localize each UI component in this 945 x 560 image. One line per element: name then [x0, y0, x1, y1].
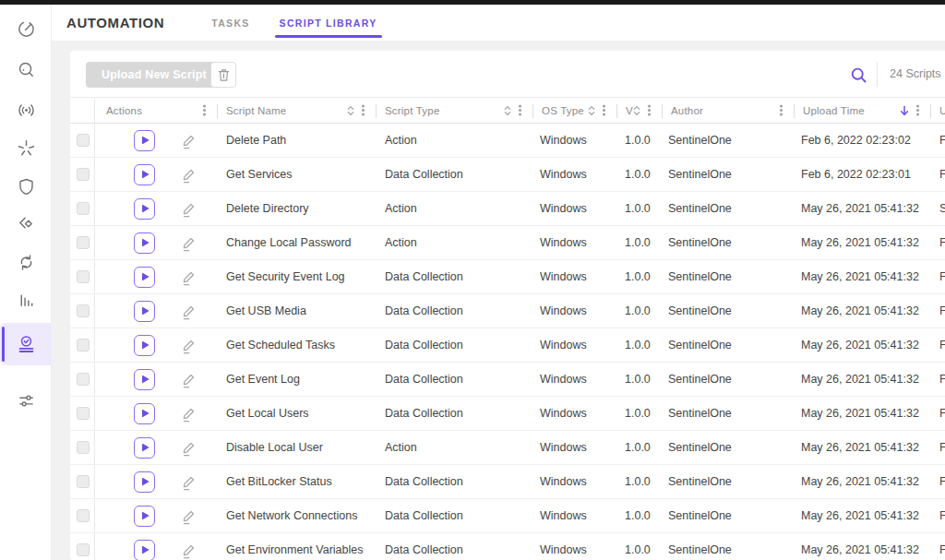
play-icon	[140, 238, 150, 247]
column-menu-dots[interactable]	[916, 109, 919, 112]
table-row[interactable]: Get Network ConnectionsData CollectionWi…	[70, 499, 945, 533]
edit-script-button[interactable]	[179, 370, 197, 388]
play-icon	[140, 306, 150, 316]
sidebar-item-search[interactable]	[0, 53, 52, 86]
row-checkbox[interactable]	[77, 236, 90, 249]
delete-script-button[interactable]	[210, 62, 236, 88]
pencil-icon	[180, 268, 197, 286]
pencil-icon	[180, 303, 197, 320]
run-script-button[interactable]	[134, 471, 155, 493]
row-checkbox[interactable]	[77, 509, 90, 522]
edit-script-button[interactable]	[179, 472, 197, 491]
sidebar-item-automation-check[interactable]	[0, 323, 52, 365]
table-row[interactable]: Get BitLocker StatusData CollectionWindo…	[70, 465, 945, 499]
row-checkbox[interactable]	[77, 339, 90, 351]
column-header-script-name[interactable]: Script Name	[217, 98, 376, 123]
run-script-button[interactable]	[134, 301, 155, 322]
run-script-button[interactable]	[134, 369, 155, 390]
row-checkbox[interactable]	[77, 441, 90, 454]
run-script-button[interactable]	[134, 437, 155, 459]
row-checkbox[interactable]	[77, 407, 90, 420]
table-row[interactable]: Get ServicesData CollectionWindows1.0.0S…	[70, 158, 945, 192]
table-row[interactable]: Disable Local UserActionWindows1.0.0Sent…	[70, 431, 945, 465]
author-cell: SentinelOne	[662, 328, 794, 362]
edit-script-button[interactable]	[179, 541, 197, 559]
tab-script-library[interactable]: SCRIPT LIBRARY	[277, 5, 380, 41]
next-column-cell: Fe	[930, 363, 945, 396]
table-row[interactable]: Get Environment VariablesData Collection…	[70, 533, 945, 560]
edit-script-button[interactable]	[179, 336, 197, 354]
run-script-button[interactable]	[134, 164, 155, 185]
row-checkbox[interactable]	[77, 134, 90, 147]
checkbox-cell	[70, 192, 95, 225]
run-script-button[interactable]	[134, 403, 155, 424]
row-checkbox[interactable]	[77, 202, 90, 215]
search-icon	[17, 60, 36, 79]
search-button[interactable]	[849, 66, 867, 84]
edit-script-button[interactable]	[179, 438, 197, 457]
row-checkbox[interactable]	[77, 168, 90, 181]
edit-script-button[interactable]	[179, 199, 197, 218]
run-script-button[interactable]	[134, 335, 155, 356]
row-checkbox[interactable]	[77, 270, 90, 283]
play-icon	[140, 443, 150, 452]
sidebar-item-sliders[interactable]	[0, 384, 52, 417]
row-checkbox[interactable]	[77, 373, 90, 386]
edit-script-button[interactable]	[179, 268, 197, 286]
column-header-upload-time[interactable]: Upload Time	[794, 98, 930, 123]
sidebar-item-bar-chart[interactable]	[0, 283, 52, 316]
shield-icon	[17, 177, 36, 197]
column-header-script-type[interactable]: Script Type	[376, 98, 532, 123]
table-row[interactable]: Get Event LogData CollectionWindows1.0.0…	[70, 363, 945, 397]
tab-tasks[interactable]: TASKS	[209, 5, 252, 41]
sidebar-item-asterisk[interactable]	[0, 131, 52, 164]
table-row[interactable]: Get Scheduled TasksData CollectionWindow…	[70, 328, 945, 363]
edit-script-button[interactable]	[179, 506, 197, 525]
column-menu-dots[interactable]	[780, 109, 783, 112]
column-menu-dots[interactable]	[603, 109, 605, 112]
column-menu-dots[interactable]	[648, 109, 651, 112]
sidebar-item-sync[interactable]	[0, 245, 52, 279]
run-script-button[interactable]	[134, 506, 155, 527]
run-script-button[interactable]	[134, 232, 155, 254]
script-type-cell: Data Collection	[376, 397, 532, 430]
edit-script-button[interactable]	[179, 404, 197, 423]
column-header-up[interactable]: Up	[930, 98, 945, 123]
table-row[interactable]: Get Local UsersData CollectionWindows1.0…	[70, 397, 945, 431]
edit-script-button[interactable]	[179, 131, 197, 149]
run-script-button[interactable]	[134, 267, 155, 288]
pencil-icon	[180, 200, 197, 218]
row-checkbox[interactable]	[77, 543, 90, 556]
column-header-os-type[interactable]: OS Type	[532, 98, 616, 123]
version-cell: 1.0.0	[616, 260, 662, 293]
edit-script-button[interactable]	[179, 302, 197, 320]
run-script-button[interactable]	[134, 130, 155, 151]
column-header-v[interactable]: V	[616, 98, 662, 123]
run-script-button[interactable]	[134, 540, 155, 560]
column-menu-dots[interactable]	[203, 109, 206, 112]
sidebar-item-broadcast[interactable]	[0, 93, 52, 126]
row-checkbox[interactable]	[77, 304, 90, 317]
edit-script-button[interactable]	[179, 165, 197, 184]
run-script-button[interactable]	[134, 198, 155, 220]
sort-chevrons-icon	[588, 105, 595, 116]
column-header-actions[interactable]: Actions	[95, 98, 217, 123]
column-menu-dots[interactable]	[362, 109, 365, 112]
row-checkbox[interactable]	[77, 475, 90, 488]
script-type-cell: Action	[376, 124, 532, 157]
table-row[interactable]: Delete PathActionWindows1.0.0SentinelOne…	[70, 124, 945, 158]
table-row[interactable]: Delete DirectoryActionWindows1.0.0Sentin…	[70, 192, 945, 226]
column-menu-dots[interactable]	[519, 109, 521, 112]
sidebar-item-diamond[interactable]	[0, 207, 52, 240]
upload-time-cell: May 26, 2021 05:41:32	[794, 499, 930, 532]
sidebar-item-gauge[interactable]	[0, 12, 52, 45]
table-row[interactable]: Get Security Event LogData CollectionWin…	[70, 260, 945, 294]
table-row[interactable]: Change Local PasswordActionWindows1.0.0S…	[70, 226, 945, 260]
edit-script-button[interactable]	[179, 233, 197, 252]
upload-time-cell: Feb 6, 2022 02:23:02	[794, 124, 930, 157]
version-cell: 1.0.0	[616, 397, 662, 430]
sidebar-item-shield[interactable]	[0, 170, 52, 203]
table-row[interactable]: Get USB MediaData CollectionWindows1.0.0…	[70, 294, 945, 328]
column-header-author[interactable]: Author	[662, 98, 794, 123]
upload-new-script-button[interactable]: Upload New Script	[86, 62, 222, 88]
